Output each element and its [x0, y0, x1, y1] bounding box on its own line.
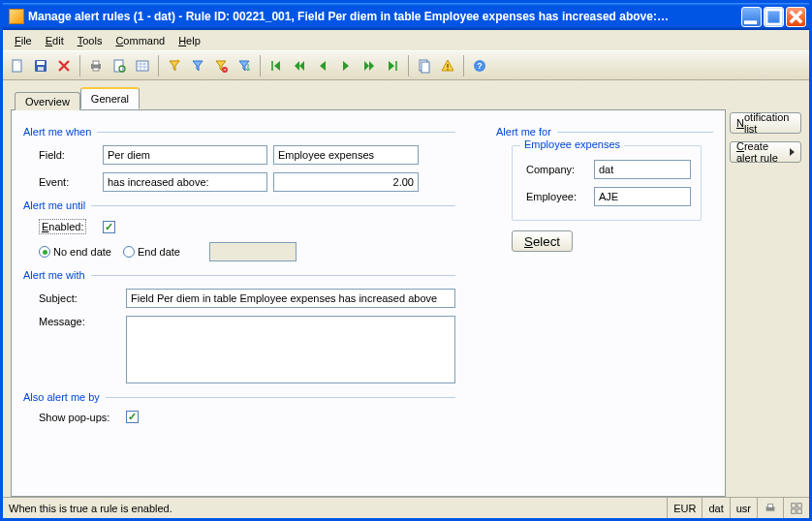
group-also-alert: Also alert me by Show pop-ups:: [23, 391, 455, 423]
status-company[interactable]: dat: [702, 498, 729, 518]
tab-overview[interactable]: Overview: [15, 92, 80, 110]
svg-rect-14: [422, 62, 429, 73]
separator-icon: [463, 55, 464, 77]
separator-icon: [260, 55, 261, 77]
group-title-also: Also alert me by: [23, 391, 100, 403]
menu-command[interactable]: Command: [109, 33, 171, 48]
radio-no-end-date[interactable]: No end date: [39, 246, 111, 258]
menubar: File Edit Tools Command Help: [3, 30, 809, 51]
titlebar[interactable]: Manage alert rules (1 - dat) - Rule ID: …: [3, 3, 809, 30]
chevron-right-icon: [790, 148, 795, 156]
export-excel-icon[interactable]: [132, 55, 153, 77]
svg-rect-16: [447, 69, 448, 70]
close-button[interactable]: [786, 7, 806, 27]
delete-icon[interactable]: [53, 55, 75, 77]
svg-rect-24: [797, 508, 801, 512]
window-title: Manage alert rules (1 - dat) - Rule ID: …: [28, 10, 741, 23]
prev-page-icon[interactable]: [289, 55, 310, 77]
print-icon[interactable]: [85, 55, 107, 77]
next-page-icon[interactable]: [359, 55, 380, 77]
show-popups-label: Show pop-ups:: [39, 412, 120, 423]
svg-rect-1: [766, 9, 781, 23]
subgroup-title: Employee expenses: [520, 138, 624, 150]
tab-panel-general: Alert me when Field: Event:: [11, 109, 726, 497]
message-label: Message:: [39, 316, 120, 327]
tabs-row: Overview General: [15, 88, 726, 109]
minimize-button[interactable]: [741, 7, 762, 27]
app-window: Manage alert rules (1 - dat) - Rule ID: …: [0, 0, 812, 521]
new-icon[interactable]: [7, 55, 28, 77]
enabled-label: Enabled:: [39, 219, 97, 234]
status-currency[interactable]: EUR: [667, 498, 702, 518]
enabled-checkbox[interactable]: [103, 221, 115, 233]
svg-rect-22: [797, 503, 801, 506]
separator-icon: [408, 55, 409, 77]
separator-icon: [79, 55, 80, 77]
alert-icon[interactable]: [437, 55, 458, 77]
maximize-button[interactable]: [764, 7, 784, 27]
window-buttons: [741, 7, 806, 27]
group-alert-when: Alert me when Field: Event:: [23, 126, 455, 192]
svg-rect-20: [767, 504, 772, 507]
field-label: Field:: [39, 149, 97, 161]
field-input[interactable]: [103, 145, 267, 165]
svg-rect-11: [137, 61, 148, 71]
event-input[interactable]: [103, 172, 267, 192]
end-date-input[interactable]: [209, 242, 297, 261]
status-print-icon[interactable]: [757, 498, 783, 518]
select-button[interactable]: Select: [512, 230, 573, 252]
menu-help[interactable]: Help: [172, 33, 206, 48]
group-title-for: Alert me for: [496, 126, 551, 138]
employee-label: Employee:: [526, 191, 588, 202]
status-layout-icon[interactable]: [783, 498, 809, 518]
app-icon: [9, 9, 24, 24]
group-title-when: Alert me when: [23, 126, 91, 138]
message-textarea[interactable]: [126, 316, 455, 383]
group-alert-until: Alert me until Enabled: No end date End …: [23, 199, 455, 261]
group-title-until: Alert me until: [23, 199, 85, 211]
svg-text:?: ?: [477, 61, 483, 71]
filter-icon[interactable]: [187, 55, 208, 77]
toolbar: ?: [3, 51, 809, 80]
company-input[interactable]: [594, 160, 691, 179]
help-icon[interactable]: ?: [469, 55, 490, 77]
next-record-icon[interactable]: [335, 55, 357, 77]
menu-edit[interactable]: Edit: [40, 33, 70, 48]
subgroup-employee-expenses: Employee expenses Company: Employee:: [512, 145, 702, 221]
statusbar: When this is true a rule is enabled. EUR…: [3, 497, 809, 518]
subject-label: Subject:: [39, 292, 120, 304]
notification-list-button[interactable]: Notification list: [730, 112, 801, 134]
first-record-icon[interactable]: [265, 55, 287, 77]
last-record-icon[interactable]: [382, 55, 403, 77]
radio-dot-icon: [39, 246, 50, 258]
filter-by-grid-icon[interactable]: [164, 55, 185, 77]
save-icon[interactable]: [30, 55, 51, 77]
radio-dot-icon: [123, 246, 135, 258]
radio-end-date[interactable]: End date: [123, 246, 180, 258]
svg-rect-23: [792, 508, 796, 512]
threshold-input[interactable]: [273, 172, 419, 192]
menu-tools[interactable]: Tools: [72, 33, 109, 48]
svg-rect-0: [744, 20, 757, 24]
svg-rect-21: [792, 503, 796, 506]
print-preview-icon[interactable]: [109, 55, 130, 77]
main-column: Overview General Alert me when Field:: [3, 80, 730, 497]
employee-input[interactable]: [594, 187, 691, 206]
table-input[interactable]: [273, 145, 419, 165]
subject-input[interactable]: [126, 289, 455, 308]
svg-rect-4: [37, 61, 45, 65]
event-label: Event:: [39, 176, 97, 188]
status-user[interactable]: usr: [730, 498, 757, 518]
company-label: Company:: [526, 164, 588, 175]
tab-general[interactable]: General: [80, 87, 140, 109]
prev-record-icon[interactable]: [312, 55, 333, 77]
svg-rect-5: [38, 67, 44, 71]
document-handling-icon[interactable]: [414, 55, 435, 77]
menu-file[interactable]: File: [9, 33, 38, 48]
filter-clear-icon[interactable]: [210, 55, 232, 77]
create-alert-rule-button[interactable]: Create alert rule: [730, 141, 801, 163]
svg-rect-7: [93, 61, 99, 65]
svg-rect-8: [93, 68, 99, 71]
show-popups-checkbox[interactable]: [126, 411, 139, 423]
sort-icon[interactable]: [234, 55, 255, 77]
